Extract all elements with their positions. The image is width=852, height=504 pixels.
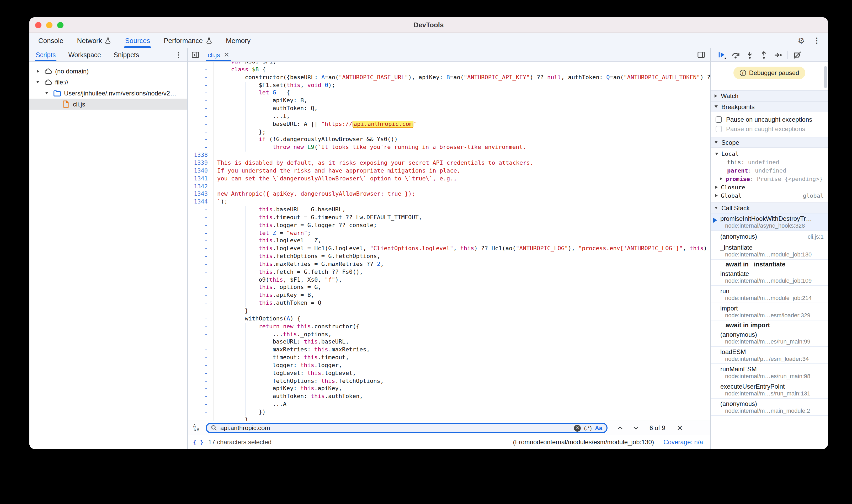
line-gutter[interactable]: - <box>188 300 214 307</box>
code-line[interactable]: 1339This is disabled by default, as it r… <box>188 159 710 167</box>
line-gutter[interactable]: - <box>188 105 214 113</box>
breakpoint-option[interactable]: Pause on uncaught exceptions <box>711 115 828 124</box>
call-stack-frame[interactable]: (anonymous)node:internal/m…es/run_main:9… <box>711 329 828 347</box>
code-line[interactable]: -logLevel: this.logLevel, <box>188 370 710 378</box>
scope-variable-parent[interactable]: parent: undefined <box>711 166 828 175</box>
call-stack-frame[interactable]: loadESMnode:internal/p…/esm_loader:34 <box>711 347 828 364</box>
tree-item-users-jinhuilee-nvm-versions-node-v2-[interactable]: Users/jinhuilee/.nvm/versions/node/v2… <box>29 88 187 98</box>
code-line[interactable]: -timeout: this.timeout, <box>188 354 710 362</box>
next-match-icon[interactable] <box>633 425 639 431</box>
scope-group-global[interactable]: Globalglobal <box>711 192 828 200</box>
line-gutter[interactable]: 1340 <box>188 167 214 175</box>
line-gutter[interactable]: - <box>188 385 214 393</box>
main-tab-sources[interactable]: Sources <box>118 33 157 48</box>
call-stack-frame[interactable]: _instantiatenode:internal/m…module_job:1… <box>711 242 828 259</box>
call-stack-frame[interactable]: importnode:internal/m…esm/loader:329 <box>711 303 828 321</box>
main-tab-console[interactable]: Console <box>32 33 70 48</box>
toggle-navigator-icon[interactable] <box>188 48 202 61</box>
code-line[interactable]: -return new this.constructor({ <box>188 323 710 331</box>
code-line[interactable]: -}) <box>188 409 710 416</box>
code-line[interactable]: -this.logLevel = Z, <box>188 237 710 245</box>
line-gutter[interactable]: - <box>188 206 214 214</box>
code-line[interactable]: 1343new Anthropic({ apiKey, dangerouslyA… <box>188 191 710 198</box>
call-stack-frame[interactable]: executeUserEntryPointnode:internal/m…s/r… <box>711 381 828 399</box>
line-gutter[interactable]: - <box>188 370 214 378</box>
scope-group-closure[interactable]: Closure <box>711 183 828 192</box>
code-line[interactable]: -baseURL: A || "https://api.anthropic.co… <box>188 121 710 128</box>
line-gutter[interactable]: - <box>188 401 214 409</box>
code-line[interactable]: -...this._options, <box>188 331 710 339</box>
code-line[interactable]: -o9(this, $F1, Xs0, "f"), <box>188 276 710 284</box>
call-stack-frame[interactable]: runnode:internal/m…module_job:214 <box>711 286 828 303</box>
line-gutter[interactable]: - <box>188 416 214 420</box>
source-mapped-link[interactable]: node:internal/modules/esm/module_job:130 <box>530 438 652 446</box>
watch-section-header[interactable]: Watch <box>711 90 828 101</box>
step-over-button[interactable] <box>729 49 742 60</box>
code-line[interactable]: -authToken: this.authToken, <box>188 393 710 401</box>
code-line[interactable]: -this.fetchOptions = G.fetchOptions, <box>188 253 710 260</box>
search-input[interactable]: api.anthropic.com ✕ (.*) Aa <box>206 423 607 433</box>
code-line[interactable]: -this.logger = G.logger ?? console; <box>188 221 710 230</box>
call-stack-frame[interactable]: instantiatenode:internal/m…module_job:10… <box>711 269 828 286</box>
line-gutter[interactable]: - <box>188 409 214 416</box>
code-line[interactable]: -...A <box>188 401 710 409</box>
close-window-button[interactable] <box>35 22 41 28</box>
sidebar-tab-workspace[interactable]: Workspace <box>62 48 107 61</box>
line-gutter[interactable]: - <box>188 377 214 385</box>
scope-variable-this[interactable]: this: undefined <box>711 158 828 166</box>
tree-item--no-domain-[interactable]: (no domain) <box>29 66 187 76</box>
line-gutter[interactable]: - <box>188 237 214 245</box>
code-line[interactable]: -this.maxRetries = G.maxRetries ?? 2, <box>188 260 710 269</box>
line-gutter[interactable]: - <box>188 89 214 97</box>
line-gutter[interactable]: - <box>188 74 214 82</box>
code-line[interactable]: var Xs0, $F1; <box>188 62 710 66</box>
code-editor[interactable]: var Xs0, $F1;-class $8 {-constructor({ba… <box>188 62 710 420</box>
code-line[interactable]: -this.timeout = G.timeout ?? Lw.DEFAULT_… <box>188 214 710 222</box>
line-gutter[interactable]: - <box>188 214 214 222</box>
line-gutter[interactable]: - <box>188 245 214 253</box>
line-gutter[interactable]: - <box>188 260 214 269</box>
code-line[interactable]: -this.fetch = G.fetch ?? Fs0(), <box>188 269 710 276</box>
deactivate-breakpoints-button[interactable] <box>791 49 804 60</box>
line-gutter[interactable]: - <box>188 354 214 362</box>
code-line[interactable]: -} <box>188 307 710 315</box>
code-line[interactable]: 1338 <box>188 151 710 159</box>
code-line[interactable]: -baseURL: this.baseURL, <box>188 339 710 346</box>
code-line[interactable]: -apiKey: B, <box>188 97 710 105</box>
code-line[interactable]: -withOptions(A) { <box>188 315 710 323</box>
code-line[interactable]: 1342 <box>188 183 710 191</box>
line-gutter[interactable]: - <box>188 144 214 152</box>
navigator-more-icon[interactable]: ⋮ <box>175 48 187 61</box>
toggle-debugger-sidebar-icon[interactable] <box>694 48 708 61</box>
tree-item-cli-js[interactable]: cli.js <box>29 98 187 110</box>
checkbox[interactable] <box>715 116 722 123</box>
scope-variable-promise[interactable]: promise: Promise {<pending>} <box>711 175 828 183</box>
line-gutter[interactable]: - <box>188 276 214 284</box>
line-gutter[interactable]: 1339 <box>188 159 214 167</box>
code-line[interactable]: -class $8 { <box>188 66 710 74</box>
main-tab-memory[interactable]: Memory <box>219 33 257 48</box>
line-gutter[interactable] <box>188 62 214 66</box>
code-line[interactable]: -throw new L9(`It looks like you're runn… <box>188 144 710 152</box>
line-gutter[interactable]: - <box>188 136 214 144</box>
line-gutter[interactable]: - <box>188 66 214 74</box>
line-gutter[interactable]: 1343 <box>188 191 214 198</box>
line-gutter[interactable]: - <box>188 82 214 89</box>
line-gutter[interactable]: - <box>188 362 214 370</box>
line-gutter[interactable]: 1342 <box>188 183 214 191</box>
zoom-window-button[interactable] <box>57 22 64 28</box>
code-line[interactable]: -constructor({baseURL: A=ao("ANTHROPIC_B… <box>188 74 710 82</box>
step-button[interactable] <box>772 49 784 60</box>
line-gutter[interactable]: - <box>188 253 214 260</box>
code-line[interactable]: -if (!G.dangerouslyAllowBrowser && Ys0()… <box>188 136 710 144</box>
code-line[interactable]: -$F1.set(this, void 0); <box>188 82 710 89</box>
call-stack-frame[interactable]: (anonymous)cli.js:1 <box>711 231 828 242</box>
call-stack-frame[interactable]: runMainESMnode:internal/m…es/run_main:98 <box>711 364 828 381</box>
tree-item-file-[interactable]: file:// <box>29 76 187 88</box>
resume-button[interactable] <box>715 49 728 60</box>
checkbox[interactable] <box>715 126 722 132</box>
call-stack-frame-active[interactable]: promiseInitHookWithDestroyTr…node:intern… <box>711 213 828 231</box>
code-line[interactable]: -fetchOptions: this.fetchOptions, <box>188 377 710 385</box>
close-tab-icon[interactable]: ✕ <box>224 51 230 58</box>
code-line[interactable]: -authToken: Q, <box>188 105 710 113</box>
